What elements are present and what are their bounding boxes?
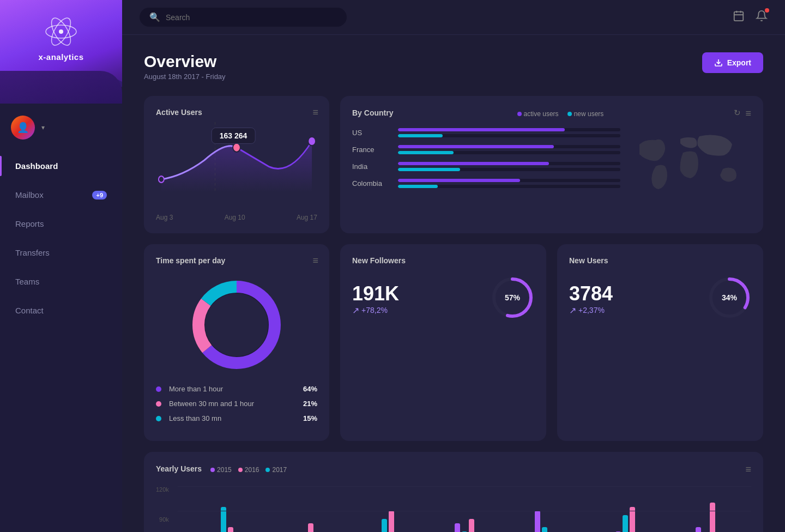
topbar: 🔍 [122, 0, 785, 35]
donut-svg [188, 276, 286, 374]
page-header: Overview August 18th 2017 - Friday Expor… [144, 52, 763, 81]
notification-dot [765, 8, 769, 13]
chart-area [178, 486, 751, 532]
hline-90k [178, 511, 751, 511]
country-name-us: US [352, 129, 391, 137]
mailbox-badge: +9 [92, 191, 107, 200]
bar-group-jun [535, 511, 554, 532]
refresh-icon[interactable]: ↻ [734, 108, 741, 119]
row-2: Time spent per day ≡ [144, 244, 763, 441]
dot-2016 [238, 468, 243, 472]
svg-rect-4 [734, 12, 744, 21]
new-users-title: New Users [569, 256, 751, 265]
country-name-france: France [352, 146, 391, 154]
bar-group-aug [696, 503, 715, 532]
time-spent-title: Time spent per day [156, 256, 317, 265]
svg-point-3 [59, 29, 63, 34]
country-bars-france [398, 145, 620, 154]
legend-pct-2: 21% [303, 400, 317, 408]
bar-mar-2017 [389, 511, 394, 532]
export-label: Export [727, 58, 751, 67]
active-users-chart: 163 264 [156, 122, 317, 209]
users-ring-svg: 34% [708, 276, 751, 319]
country-bars-colombia [398, 179, 620, 188]
user-section[interactable]: 👤 ▾ [0, 104, 122, 152]
sidebar-item-contact[interactable]: Contact [0, 296, 122, 325]
chart-label-aug17: Aug 17 [297, 214, 317, 221]
chart-labels: Aug 3 Aug 10 Aug 17 [156, 214, 317, 221]
bar-jan-2017 [228, 527, 233, 532]
svg-point-12 [308, 137, 316, 146]
nav-label-dashboard: Dashboard [15, 161, 58, 171]
search-input[interactable] [166, 13, 337, 22]
bar-active-india [398, 162, 620, 165]
time-spent-menu-icon[interactable]: ≡ [312, 255, 318, 267]
search-box[interactable]: 🔍 [140, 8, 347, 27]
new-users-value: 3784 [569, 282, 613, 305]
nav-label-mailbox: Mailbox [15, 190, 44, 200]
dot-2015 [210, 468, 215, 472]
country-bars-india [398, 162, 620, 171]
country-row-india: India [352, 162, 620, 171]
bar-new-india [398, 168, 620, 171]
ring-label-followers: 57% [505, 293, 521, 302]
new-followers-value: 191K [352, 282, 399, 305]
mountains-decoration [0, 71, 122, 104]
by-country-inner: US France [352, 128, 751, 204]
ring-label-users: 34% [722, 293, 738, 302]
bar-jul-2016 [623, 515, 628, 532]
legend-label-2: Between 30 mn and 1 hour [169, 400, 254, 408]
by-country-title: By Country [352, 108, 393, 117]
y-label-90k: 90k [159, 516, 169, 523]
sidebar-item-transfers[interactable]: Transfers [0, 238, 122, 267]
bar-apr-2017 [469, 519, 474, 532]
search-icon: 🔍 [149, 12, 160, 22]
active-users-title: Active Users [156, 108, 317, 117]
bar-feb-2017 [308, 523, 313, 532]
nav-label-reports: Reports [15, 219, 44, 228]
notification-icon[interactable] [756, 10, 768, 25]
world-map [631, 128, 751, 204]
logo-icon [45, 15, 77, 48]
users-change-value: +2,37% [578, 306, 605, 315]
chart-label-aug3: Aug 3 [156, 214, 173, 221]
bar-active-france [398, 145, 620, 148]
avatar-image: 👤 [11, 116, 35, 140]
export-button[interactable]: Export [702, 52, 763, 73]
sidebar-item-reports[interactable]: Reports [0, 209, 122, 238]
donut-chart [156, 276, 317, 374]
y-axis: 120k 90k 60k 30k [156, 486, 172, 532]
legend-label-new: new users [574, 110, 604, 118]
yearly-legend-2017: 2017 [265, 466, 287, 474]
sidebar: x-analytics 👤 ▾ Dashboard Mailbox +9 Rep… [0, 0, 122, 532]
active-users-menu-icon[interactable]: ≡ [312, 107, 318, 118]
followers-ring: 57% [491, 276, 534, 322]
bar-aug-2017 [710, 503, 715, 532]
country-row-colombia: Colombia [352, 179, 620, 188]
legend-dot-active [517, 112, 522, 116]
nav-label-teams: Teams [15, 277, 39, 286]
country-row-us: US [352, 128, 620, 137]
bar-mar-2016 [382, 519, 387, 532]
by-country-menu-icon[interactable]: ≡ [745, 108, 751, 119]
bar-chart-wrapper: 120k 90k 60k 30k [156, 486, 751, 532]
row-3: Yearly Users 2015 2016 2017 [144, 452, 763, 532]
sidebar-item-dashboard[interactable]: Dashboard [0, 152, 122, 180]
bar-new-colombia [398, 185, 620, 188]
dot-2017 [265, 468, 270, 472]
y-label-120k: 120k [156, 486, 169, 493]
country-bars-us [398, 128, 620, 137]
main-content: 🔍 Overview August 18th 2017 - Friday [122, 0, 785, 532]
yearly-menu-icon[interactable]: ≡ [745, 464, 751, 475]
new-followers-change: ↗ +78,2% [352, 305, 399, 316]
svg-point-10 [159, 176, 164, 183]
nav-items: Dashboard Mailbox +9 Reports Transfers T… [0, 152, 122, 532]
new-followers-main: 191K ↗ +78,2% 57% [352, 276, 534, 322]
bar-group-apr [455, 519, 474, 532]
sidebar-item-mailbox[interactable]: Mailbox +9 [0, 180, 122, 209]
legend-left-3: Less than 30 mn [156, 414, 221, 422]
calendar-icon[interactable] [733, 10, 745, 25]
by-country-data: US France [352, 128, 620, 204]
legend-row-1: More than 1 hour 64% [156, 385, 317, 393]
sidebar-item-teams[interactable]: Teams [0, 267, 122, 296]
